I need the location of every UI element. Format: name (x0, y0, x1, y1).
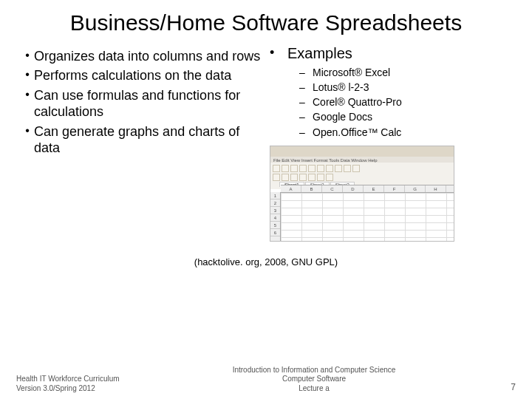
slide-title: Business/Home Software Spreadsheets (0, 0, 532, 42)
list-item: •Organizes data into columns and rows (21, 48, 262, 65)
list-item: –Microsoft® Excel (299, 65, 511, 80)
right-column: •Examples –Microsoft® Excel –Lotus® l-2-… (270, 48, 511, 242)
list-item: –Lotus® l-2-3 (299, 80, 511, 95)
page-number: 7 (486, 382, 516, 393)
list-item: •Can generate graphs and charts of data (21, 123, 262, 157)
list-item: •Can use formulas and functions for calc… (21, 87, 262, 120)
thumb-column-headers: ABCDEFGH (281, 185, 454, 192)
thumb-menubar: File Edit View Insert Format Tools Data … (270, 157, 454, 164)
list-item: –Corel® Quattro-Pro (299, 95, 511, 109)
thumb-row-headers: 123456 (270, 192, 281, 241)
slide-footer: Health IT Workforce Curriculum Version 3… (0, 366, 532, 394)
left-column: •Organizes data into columns and rows •P… (21, 48, 262, 242)
examples-list: –Microsoft® Excel –Lotus® l-2-3 –Corel® … (299, 65, 511, 140)
thumb-toolbar (270, 164, 454, 173)
spreadsheet-screenshot: File Edit View Insert Format Tools Data … (270, 146, 454, 242)
examples-heading: •Examples (270, 45, 511, 62)
list-item: –Open.Office™ Calc (299, 125, 511, 140)
feature-list: •Organizes data into columns and rows •P… (21, 48, 262, 157)
thumb-toolbar-2 (270, 173, 454, 182)
image-caption: (hacktolive. org, 2008, GNU GPL) (0, 256, 532, 267)
footer-left: Health IT Workforce Curriculum Version 3… (16, 375, 142, 393)
thumb-grid (281, 192, 454, 241)
content-columns: •Organizes data into columns and rows •P… (0, 42, 532, 242)
list-item: –Google Docs (299, 109, 511, 124)
thumb-titlebar (270, 146, 454, 157)
footer-center: Introduction to Information and Computer… (142, 366, 486, 394)
list-item: •Performs calculations on the data (21, 67, 262, 84)
